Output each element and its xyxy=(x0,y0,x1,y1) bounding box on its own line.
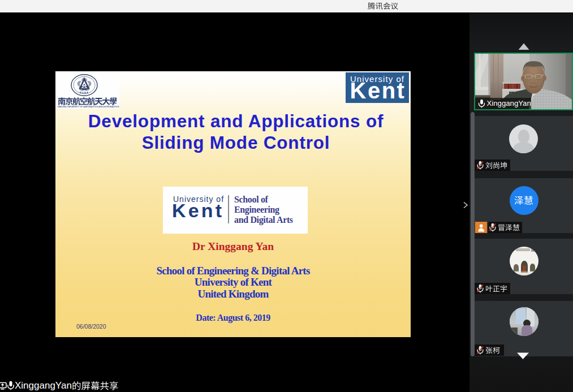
svg-text:NUAA: NUAA xyxy=(80,92,89,94)
